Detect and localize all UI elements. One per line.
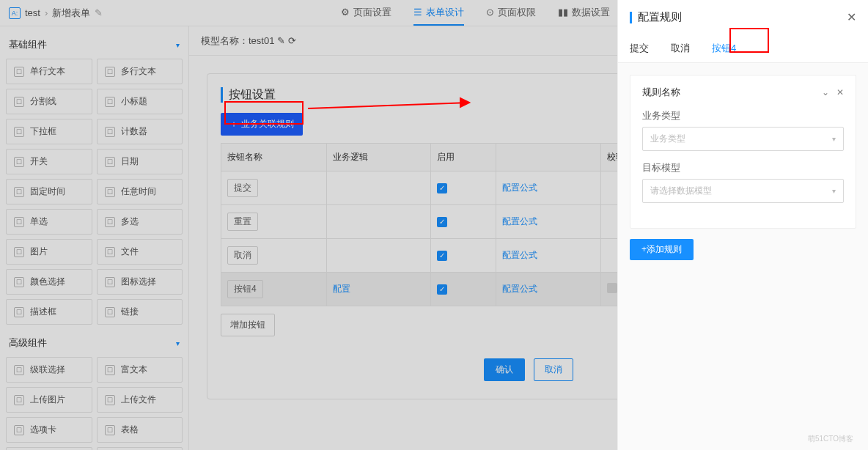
drawer-header: 配置规则 ✕ (618, 0, 868, 34)
tab-data-settings[interactable]: ▮▮数据设置 (558, 0, 610, 26)
component-icon: ☐ (105, 425, 115, 435)
button-name-chip: 重置 (227, 213, 258, 231)
drawer-tab-submit[interactable]: 提交 (630, 34, 649, 62)
field-label: 目标模型 (642, 161, 844, 174)
component-item[interactable]: ☐级联选择 (6, 357, 92, 383)
close-icon[interactable]: ✕ (847, 10, 856, 24)
config-formula-link[interactable]: 配置公式 (502, 216, 537, 226)
component-item[interactable]: ☐描述框 (6, 299, 92, 325)
component-icon: ☐ (14, 97, 24, 107)
component-icon: ☐ (105, 127, 115, 137)
component-item[interactable]: ☐单行文本 (6, 59, 92, 84)
component-item[interactable]: ☐表格 (97, 417, 183, 443)
component-item[interactable]: ☐按钮 (6, 447, 92, 450)
component-item[interactable]: ☐选项卡 (6, 417, 92, 443)
table-header: 按钮名称 (221, 144, 327, 171)
tab-form-design[interactable]: ☰表单设计 (413, 0, 464, 26)
component-item[interactable]: ☐上传图片 (6, 387, 92, 413)
component-item[interactable]: ☐链接 (97, 299, 183, 325)
component-item[interactable]: ☐开关 (6, 149, 92, 174)
add-button[interactable]: 增加按钮 (221, 314, 275, 336)
app-icon: A: (9, 7, 21, 19)
component-item[interactable]: ☐计数器 (97, 119, 183, 144)
breadcrumb-item[interactable]: test (25, 7, 40, 18)
component-icon: ☐ (105, 365, 115, 375)
component-item[interactable]: ☐多行文本 (97, 59, 183, 84)
cancel-button[interactable]: 取消 (534, 358, 573, 381)
component-icon: ☐ (105, 67, 115, 77)
config-link[interactable]: 配置 (333, 284, 350, 294)
edit-icon[interactable]: ✎ (95, 7, 103, 18)
biz-type-select[interactable]: 业务类型▾ (642, 127, 844, 151)
checkbox-icon[interactable]: ✓ (437, 183, 447, 193)
rule-name-label: 规则名称 (642, 86, 680, 99)
component-item[interactable]: ☐图标选择 (97, 269, 183, 295)
component-item[interactable]: ☐多选 (97, 209, 183, 235)
component-item[interactable]: ☐日期 (97, 149, 183, 174)
drawer-tab-button4[interactable]: 按钮4 (712, 34, 736, 62)
component-icon: ☐ (14, 395, 24, 405)
component-icon: ☐ (14, 67, 24, 77)
component-item[interactable]: ☐图片 (6, 239, 92, 265)
component-item[interactable]: ☐富文本 (97, 357, 183, 383)
tab-page-settings[interactable]: ⚙页面设置 (341, 0, 391, 26)
config-formula-link[interactable]: 配置公式 (502, 250, 537, 260)
component-icon: ☐ (14, 425, 24, 435)
drawer-body: 规则名称 ⌄ ✕ 业务类型 业务类型▾ 目标模型 请选择数据模型▾ +添加规则 (618, 63, 868, 450)
close-icon[interactable]: ✕ (836, 87, 844, 97)
adv-group-title[interactable]: 高级组件▾ (6, 332, 183, 354)
component-item[interactable]: ☐下拉框 (6, 119, 92, 144)
config-formula-link[interactable]: 配置公式 (502, 284, 537, 294)
component-icon: ☐ (14, 277, 24, 287)
rule-header: 规则名称 ⌄ ✕ (642, 86, 844, 99)
component-icon: ☐ (14, 307, 24, 317)
button-name-chip: 取消 (227, 246, 258, 265)
checkbox-icon[interactable]: ✓ (437, 217, 447, 227)
component-icon: ☐ (105, 157, 115, 167)
component-icon: ☐ (105, 97, 115, 107)
component-icon: ☐ (14, 157, 24, 167)
watermark: 萌51CTO博客 (808, 434, 853, 444)
chevron-down-icon: ▾ (176, 41, 180, 49)
component-icon: ☐ (105, 187, 115, 197)
component-icon: ☐ (14, 217, 24, 227)
add-biz-rule-button[interactable]: ＋ 业务关联规则 (221, 113, 303, 136)
breadcrumb-sep: › (45, 7, 48, 18)
checkbox-icon[interactable]: ✓ (437, 251, 447, 261)
component-item[interactable]: ☐网页 (97, 447, 183, 450)
component-icon: ☐ (14, 247, 24, 257)
breadcrumb-item[interactable]: 新增表单 (52, 7, 90, 20)
chevron-down-icon: ▾ (176, 339, 180, 347)
drawer-tab-cancel[interactable]: 取消 (671, 34, 690, 62)
checkbox-icon[interactable]: ✓ (437, 284, 447, 295)
component-item[interactable]: ☐文件 (97, 239, 183, 265)
component-icon: ☐ (14, 365, 24, 375)
component-item[interactable]: ☐分割线 (6, 89, 92, 114)
component-item[interactable]: ☐单选 (6, 209, 92, 235)
chevron-down-icon: ▾ (832, 135, 836, 143)
target-model-select[interactable]: 请选择数据模型▾ (642, 179, 844, 203)
component-icon: ☐ (105, 395, 115, 405)
add-rule-button[interactable]: +添加规则 (630, 239, 694, 260)
component-icon: ☐ (105, 247, 115, 257)
checkbox-icon[interactable] (607, 283, 617, 293)
confirm-button[interactable]: 确认 (484, 358, 525, 381)
annotation-arrow (308, 95, 484, 117)
component-icon: ☐ (105, 307, 115, 317)
component-item[interactable]: ☐上传文件 (97, 387, 183, 413)
component-item[interactable]: ☐小标题 (97, 89, 183, 114)
tab-page-auth[interactable]: ⊙页面权限 (486, 0, 536, 26)
component-icon: ☐ (14, 187, 24, 197)
svg-marker-1 (460, 98, 469, 107)
component-icon: ☐ (105, 217, 115, 227)
collapse-icon[interactable]: ⌄ (822, 87, 829, 97)
button-name-chip: 按钮4 (227, 280, 263, 298)
component-item[interactable]: ☐固定时间 (6, 179, 92, 204)
config-formula-link[interactable]: 配置公式 (502, 182, 537, 193)
component-item[interactable]: ☐颜色选择 (6, 269, 92, 295)
svg-line-0 (308, 103, 469, 108)
rule-card: 规则名称 ⌄ ✕ 业务类型 业务类型▾ 目标模型 请选择数据模型▾ (630, 75, 856, 229)
basic-group-title[interactable]: 基础组件▾ (6, 34, 183, 56)
button-name-chip: 提交 (227, 179, 258, 197)
component-item[interactable]: ☐任意时间 (97, 179, 183, 204)
